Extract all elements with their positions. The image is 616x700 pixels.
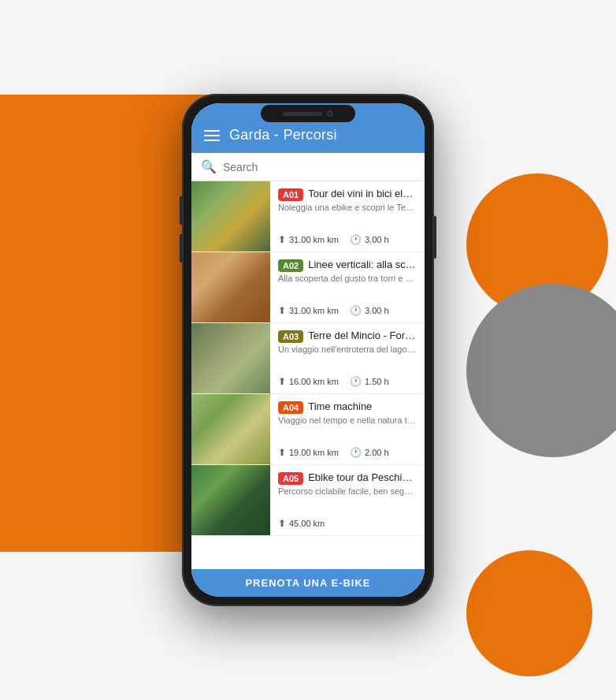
distance-icon: ⬆ [278,447,286,458]
route-item[interactable]: A03 Terre del Mincio - Forte Arc Un viag… [191,323,425,394]
route-item[interactable]: A04 Time machine Viaggio nel tempo e nel… [191,394,425,465]
distance-icon: ⬆ [278,305,286,316]
route-badge: A01 [278,188,303,201]
route-distance: ⬆ 45.00 km [278,518,325,529]
route-distance: ⬆ 19.00 km km [278,447,339,458]
route-list[interactable]: A01 Tour dei vini in bici elettrica Nole… [191,181,425,569]
distance-value: 31.00 km km [289,306,339,315]
route-thumbnail [191,323,270,393]
route-name: Ebike tour da Peschiera de [308,471,417,483]
route-item[interactable]: A02 Linee verticali: alla scopert Alla s… [191,252,425,323]
hamburger-menu-button[interactable] [204,130,220,141]
route-info: A01 Tour dei vini in bici elettrica Nole… [270,181,425,251]
route-title-row: A02 Linee verticali: alla scopert [278,259,417,272]
route-thumbnail [191,181,270,251]
search-icon: 🔍 [201,159,217,174]
route-name: Tour dei vini in bici elettrica [308,188,417,199]
distance-value: 45.00 km [289,519,325,528]
route-name: Linee verticali: alla scopert [308,259,417,270]
route-meta: ⬆ 45.00 km [278,518,417,529]
cta-bar[interactable]: PRENOTA UNA E-BIKE [191,569,425,597]
route-info: A02 Linee verticali: alla scopert Alla s… [270,252,425,322]
route-name: Terre del Mincio - Forte Arc [308,330,417,341]
hamburger-line-3 [204,140,220,141]
route-item[interactable]: A01 Tour dei vini in bici elettrica Nole… [191,181,425,252]
duration-value: 2.00 h [365,448,389,457]
bg-gray-circle [466,284,616,457]
route-duration: 🕐 2.00 h [350,447,389,458]
route-meta: ⬆ 31.00 km km 🕐 3.00 h [278,305,417,316]
route-title-row: A03 Terre del Mincio - Forte Arc [278,330,417,343]
route-description: Noleggia una ebike e scopri le Terre d [278,203,417,212]
search-input[interactable] [223,161,415,173]
bg-orange-circle-bottom [466,550,592,676]
route-description: Percorso ciclabile facile, ben segnalat [278,486,417,496]
route-distance: ⬆ 31.00 km km [278,305,339,316]
app-title: Garda - Percorsi [229,127,337,143]
route-title-row: A05 Ebike tour da Peschiera de [278,471,417,485]
route-thumbnail [191,394,270,464]
route-badge: A05 [278,472,303,485]
route-info: A03 Terre del Mincio - Forte Arc Un viag… [270,323,425,393]
distance-value: 31.00 km km [289,235,339,244]
phone-power-button [434,216,436,259]
route-distance: ⬆ 16.00 km km [278,376,339,387]
phone-camera [327,110,333,117]
route-meta: ⬆ 31.00 km km 🕐 3.00 h [278,234,417,245]
route-meta: ⬆ 19.00 km km 🕐 2.00 h [278,447,417,458]
phone-volume-up-button [180,196,182,225]
clock-icon: 🕐 [350,234,362,245]
phone-notch [261,105,355,122]
clock-icon: 🕐 [350,305,362,316]
route-badge: A02 [278,259,303,272]
route-title-row: A01 Tour dei vini in bici elettrica [278,188,417,201]
phone-frame: Garda - Percorsi 🔍 A01 Tour dei vini in … [182,94,434,606]
route-badge: A03 [278,330,303,343]
duration-value: 3.00 h [365,235,389,244]
distance-icon: ⬆ [278,376,286,387]
route-distance: ⬆ 31.00 km km [278,234,339,245]
route-duration: 🕐 3.00 h [350,234,389,245]
duration-value: 1.50 h [365,377,389,386]
phone-volume-down-button [180,234,182,262]
route-name: Time machine [308,400,372,412]
phone-screen: Garda - Percorsi 🔍 A01 Tour dei vini in … [191,103,425,597]
route-description: Viaggio nel tempo e nella natura tra M [278,415,417,425]
route-thumbnail [191,252,270,322]
route-item[interactable]: A05 Ebike tour da Peschiera de Percorso … [191,465,425,536]
distance-value: 19.00 km km [289,448,339,457]
hamburger-line-1 [204,130,220,132]
search-bar: 🔍 [191,153,425,181]
route-description: Un viaggio nell'entroterra del lago di G [278,344,417,354]
distance-value: 16.00 km km [289,377,339,386]
hamburger-line-2 [204,135,220,136]
route-info: A04 Time machine Viaggio nel tempo e nel… [270,394,425,464]
clock-icon: 🕐 [350,447,362,458]
route-info: A05 Ebike tour da Peschiera de Percorso … [270,465,425,535]
cta-label[interactable]: PRENOTA UNA E-BIKE [199,577,417,589]
route-description: Alla scoperta del gusto tra torri e cam [278,274,417,283]
route-duration: 🕐 1.50 h [350,376,389,387]
route-title-row: A04 Time machine [278,400,417,414]
distance-icon: ⬆ [278,234,286,245]
route-badge: A04 [278,401,303,414]
duration-value: 3.00 h [365,306,389,315]
route-thumbnail [191,465,270,535]
route-duration: 🕐 3.00 h [350,305,389,316]
route-meta: ⬆ 16.00 km km 🕐 1.50 h [278,376,417,387]
clock-icon: 🕐 [350,376,362,387]
distance-icon: ⬆ [278,518,286,529]
phone-speaker [283,112,322,116]
